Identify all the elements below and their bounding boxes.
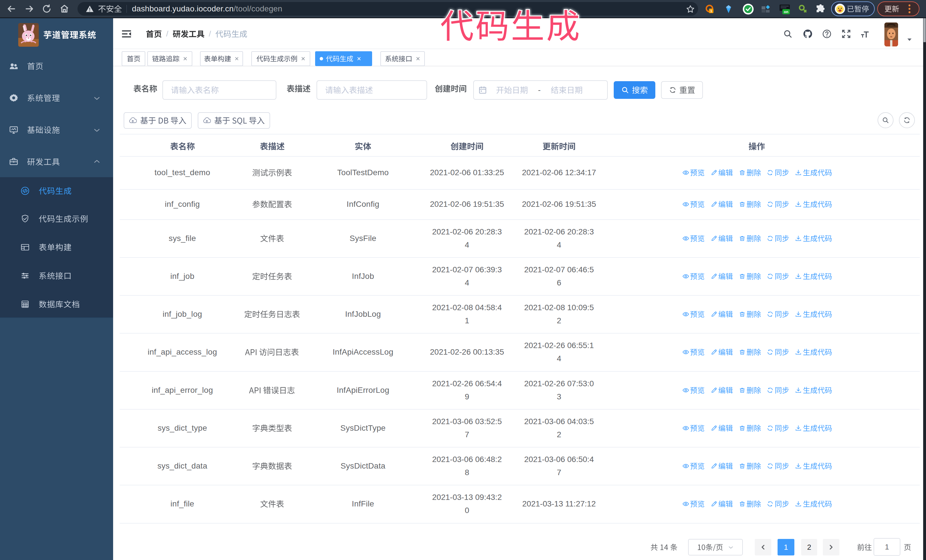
svg-text:1: 1: [710, 9, 712, 13]
svg-text:on: on: [784, 10, 788, 14]
